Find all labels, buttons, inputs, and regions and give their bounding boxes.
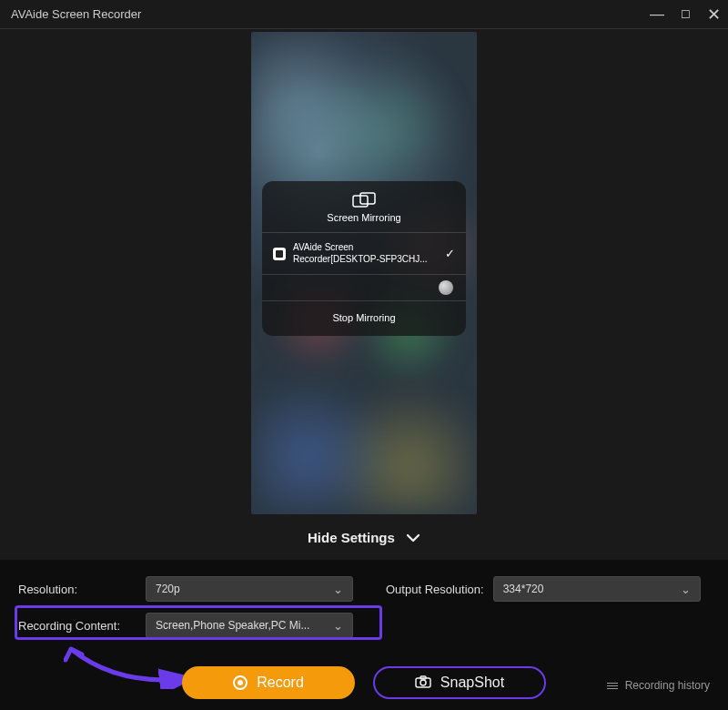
checkmark-icon: ✓ <box>445 247 455 260</box>
screen-mirroring-icon <box>262 192 466 208</box>
recording-content-select[interactable]: Screen,Phone Speaker,PC Mi... ⌄ <box>146 613 353 638</box>
hide-settings-label: Hide Settings <box>308 530 395 545</box>
list-icon <box>607 683 618 689</box>
svg-point-3 <box>420 680 426 685</box>
recording-history-label: Recording history <box>625 679 710 692</box>
record-label: Record <box>257 674 304 691</box>
window-controls: — ☐ ✕ <box>650 5 721 25</box>
snapshot-button[interactable]: SnapShot <box>373 666 546 699</box>
settings-row-2: Recording Content: Screen,Phone Speaker,… <box>18 613 710 638</box>
screen-mirroring-panel: Screen Mirroring AVAide Screen Recorder[… <box>262 181 466 336</box>
stop-mirroring-button[interactable]: Stop Mirroring <box>262 300 466 336</box>
mirror-device-row[interactable]: AVAide Screen Recorder[DESKTOP-SFP3CHJ..… <box>262 232 466 275</box>
settings-bar: Resolution: 720p ⌄ Output Resolution: 33… <box>0 560 728 710</box>
chevron-down-icon <box>406 530 420 545</box>
record-button[interactable]: Record <box>182 666 355 699</box>
close-button[interactable]: ✕ <box>707 5 721 25</box>
preview-area: Screen Mirroring AVAide Screen Recorder[… <box>0 30 728 542</box>
resolution-label: Resolution: <box>18 583 136 596</box>
chevron-down-icon: ⌄ <box>333 583 343 596</box>
recording-history-link[interactable]: Recording history <box>607 679 710 692</box>
recording-content-label: Recording Content: <box>18 619 136 633</box>
titlebar: AVAide Screen Recorder — ☐ ✕ <box>0 0 728 29</box>
output-resolution-select[interactable]: 334*720 ⌄ <box>493 576 701 602</box>
minimize-button[interactable]: — <box>650 6 664 23</box>
record-icon <box>233 675 248 690</box>
mirror-device-name: AVAide Screen Recorder[DESKTOP-SFP3CHJ..… <box>293 242 438 265</box>
snapshot-label: SnapShot <box>440 674 504 691</box>
camera-icon <box>415 675 431 691</box>
mirror-toggle-row[interactable] <box>262 275 466 300</box>
resolution-value: 720p <box>156 583 180 595</box>
app-title: AVAide Screen Recorder <box>11 7 141 21</box>
recording-content-value: Screen,Phone Speaker,PC Mi... <box>156 619 309 632</box>
chevron-down-icon: ⌄ <box>681 583 691 596</box>
resolution-select[interactable]: 720p ⌄ <box>146 576 353 602</box>
device-icon <box>273 248 286 260</box>
hide-settings-toggle[interactable]: Hide Settings <box>0 530 728 545</box>
maximize-button[interactable]: ☐ <box>681 8 691 21</box>
phone-mirror-preview: Screen Mirroring AVAide Screen Recorder[… <box>251 32 477 514</box>
settings-row-1: Resolution: 720p ⌄ Output Resolution: 33… <box>18 576 710 602</box>
output-resolution-value: 334*720 <box>503 583 544 595</box>
screen-mirroring-title: Screen Mirroring <box>262 212 466 223</box>
chevron-down-icon: ⌄ <box>333 619 343 633</box>
toggle-knob <box>439 280 453 295</box>
output-resolution-label: Output Resolution: <box>386 583 484 596</box>
